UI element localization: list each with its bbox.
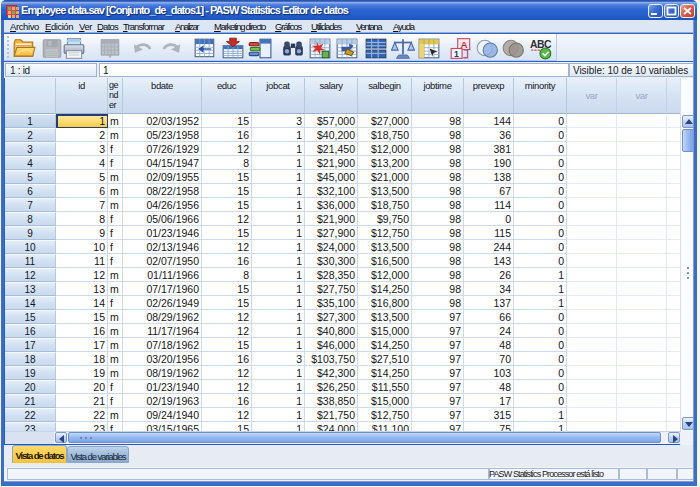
svg-text:ABC: ABC: [530, 39, 552, 50]
svg-text:1: 1: [454, 49, 459, 59]
